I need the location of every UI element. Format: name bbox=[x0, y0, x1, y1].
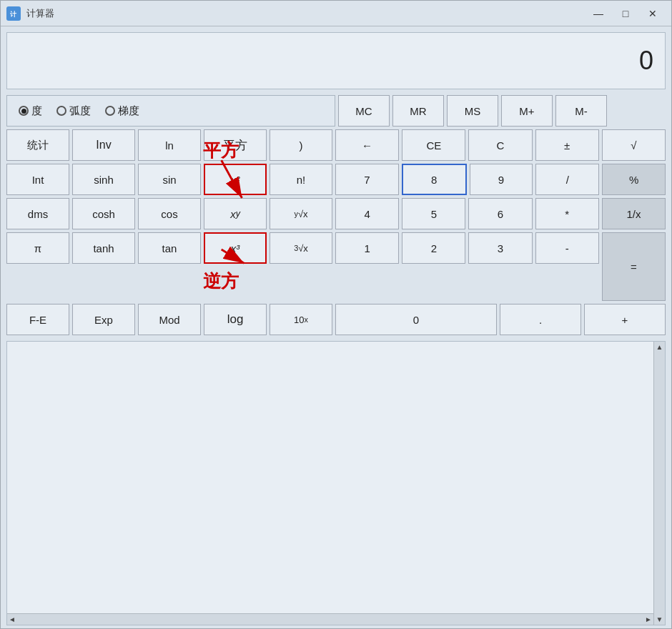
four-button[interactable]: 4 bbox=[335, 198, 399, 229]
six-button[interactable]: 6 bbox=[468, 198, 532, 229]
svg-text:计: 计 bbox=[10, 11, 17, 18]
mode-panel: 度 弧度 梯度 bbox=[6, 95, 335, 127]
pi-button[interactable]: π bbox=[6, 232, 69, 264]
row5: F-E Exp Mod log 10x 0 . + bbox=[6, 304, 666, 335]
close-button[interactable]: ✕ bbox=[640, 4, 666, 24]
cbrtroot-button[interactable]: 3√x bbox=[270, 232, 332, 264]
mminus-button[interactable]: M- bbox=[555, 95, 607, 127]
xcubed-button[interactable]: x³ bbox=[204, 232, 267, 264]
three-button[interactable]: 3 bbox=[468, 232, 532, 264]
decimal-button[interactable]: . bbox=[500, 304, 581, 335]
row3: dms cosh cos xy y√x 4 5 6 * 1/x bbox=[6, 198, 666, 229]
ms-button[interactable]: MS bbox=[447, 95, 498, 127]
display-value: 0 bbox=[639, 46, 653, 76]
cosh-button[interactable]: cosh bbox=[72, 198, 135, 229]
tenpow-button[interactable]: 10x bbox=[270, 304, 332, 335]
nine-button[interactable]: 9 bbox=[470, 164, 533, 195]
radio-radian[interactable] bbox=[56, 106, 66, 116]
mr-button[interactable]: MR bbox=[392, 95, 444, 127]
title-bar: 计 计算器 — □ ✕ bbox=[1, 1, 671, 26]
minus-button[interactable]: - bbox=[535, 232, 599, 264]
mode-memory-row: 度 弧度 梯度 MC MR MS M+ M- bbox=[6, 95, 666, 127]
percent-button[interactable]: % bbox=[602, 164, 666, 195]
one-button[interactable]: 1 bbox=[335, 232, 399, 264]
history-panel: ▲ ▼ ◄ ► bbox=[6, 341, 666, 625]
row2: Int sinh sin x² n! 7 8 9 / % bbox=[6, 164, 666, 195]
row1: 统计 Inv ln 平方 ) ← CE C ± √ bbox=[6, 129, 666, 161]
sqrt-button[interactable]: √ bbox=[602, 129, 666, 161]
c-button[interactable]: C bbox=[468, 129, 532, 161]
scroll-left-arrow[interactable]: ◄ bbox=[9, 615, 16, 623]
paren-close-button[interactable]: ) bbox=[270, 129, 332, 161]
dms-button[interactable]: dms bbox=[6, 198, 69, 229]
five-button[interactable]: 5 bbox=[402, 198, 465, 229]
factorial-button[interactable]: n! bbox=[270, 164, 332, 195]
vertical-scrollbar[interactable]: ▲ ▼ bbox=[653, 342, 665, 625]
eight-button[interactable]: 8 bbox=[402, 164, 467, 195]
calculator-body: 度 弧度 梯度 MC MR MS M+ M- 统计 Inv bbox=[1, 92, 671, 338]
radio-degree[interactable] bbox=[19, 106, 29, 116]
app-icon: 计 bbox=[6, 6, 21, 21]
window-title: 计算器 bbox=[26, 7, 585, 20]
log-button[interactable]: log bbox=[204, 304, 267, 335]
radio-gradian[interactable] bbox=[105, 106, 115, 116]
scroll-up-arrow[interactable]: ▲ bbox=[656, 343, 663, 351]
row4: π tanh tan x³ 3√x 1 2 3 - = bbox=[6, 232, 666, 301]
tan-button[interactable]: tan bbox=[138, 232, 201, 264]
display-area: 0 bbox=[6, 32, 666, 89]
equals-button[interactable]: = bbox=[602, 232, 666, 301]
cos-button[interactable]: cos bbox=[138, 198, 201, 229]
mc-button[interactable]: MC bbox=[338, 95, 390, 127]
xy-button[interactable]: xy bbox=[204, 198, 267, 229]
ce-button[interactable]: CE bbox=[402, 129, 465, 161]
mode-radian[interactable]: 弧度 bbox=[56, 104, 91, 118]
zero-button[interactable]: 0 bbox=[335, 304, 497, 335]
calculator-window: 计 计算器 — □ ✕ 0 度 弧度 bbox=[0, 0, 672, 629]
seven-button[interactable]: 7 bbox=[335, 164, 399, 195]
backspace-button[interactable]: ← bbox=[335, 129, 399, 161]
stats-button[interactable]: 统计 bbox=[6, 129, 69, 161]
sinh-button[interactable]: sinh bbox=[72, 164, 135, 195]
maximize-button[interactable]: □ bbox=[613, 4, 638, 24]
plus-button[interactable]: + bbox=[584, 304, 666, 335]
two-button[interactable]: 2 bbox=[402, 232, 465, 264]
calculator-grid: 统计 Inv ln 平方 ) ← CE C ± √ Int sinh sin x… bbox=[6, 129, 666, 335]
scroll-right-arrow[interactable]: ► bbox=[645, 615, 652, 623]
scroll-down-arrow[interactable]: ▼ bbox=[656, 615, 663, 623]
mod-button[interactable]: Mod bbox=[138, 304, 201, 335]
ln-button[interactable]: ln bbox=[138, 129, 201, 161]
exp-button[interactable]: Exp bbox=[72, 304, 135, 335]
sin-button[interactable]: sin bbox=[138, 164, 201, 195]
mode-degree[interactable]: 度 bbox=[19, 104, 42, 118]
mplus-button[interactable]: M+ bbox=[501, 95, 553, 127]
fe-button[interactable]: F-E bbox=[6, 304, 69, 335]
reciprocal-button[interactable]: 1/x bbox=[602, 198, 666, 229]
minimize-button[interactable]: — bbox=[585, 4, 611, 24]
yroot-button[interactable]: y√x bbox=[270, 198, 332, 229]
tanh-button[interactable]: tanh bbox=[72, 232, 135, 264]
xsquared-button[interactable]: x² bbox=[204, 164, 267, 195]
mode-gradian[interactable]: 梯度 bbox=[105, 104, 139, 118]
inv-button[interactable]: Inv bbox=[72, 129, 135, 161]
divide-button[interactable]: / bbox=[535, 164, 599, 195]
int-button[interactable]: Int bbox=[6, 164, 69, 195]
horizontal-scrollbar[interactable]: ◄ ► bbox=[7, 613, 653, 625]
paren-open-button[interactable]: 平方 bbox=[204, 129, 267, 161]
multiply-button[interactable]: * bbox=[535, 198, 599, 229]
plusminus-button[interactable]: ± bbox=[535, 129, 599, 161]
window-controls: — □ ✕ bbox=[585, 4, 666, 24]
